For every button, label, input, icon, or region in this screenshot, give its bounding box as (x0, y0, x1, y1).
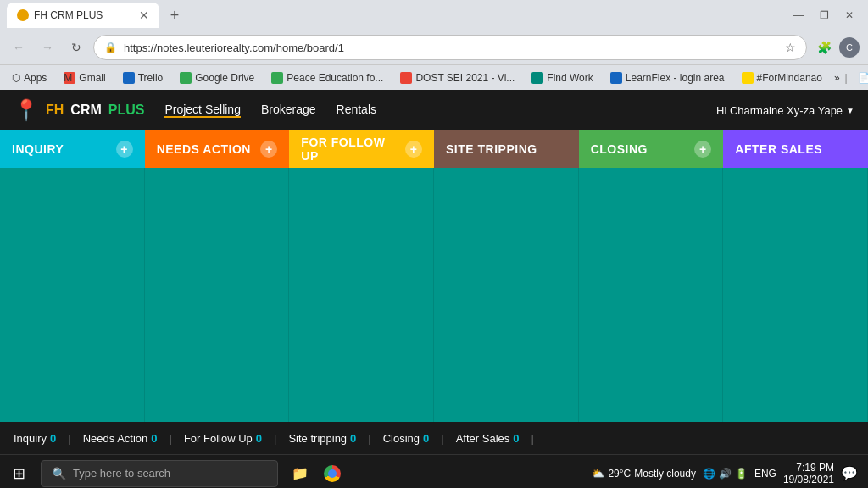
bookmark-drive[interactable]: Google Drive (175, 70, 259, 86)
app-navbar: 📍 FH CRM PLUS Project Selling Brokerage … (0, 90, 868, 130)
status-site-tripping-count: 0 (350, 432, 356, 445)
bookmark-learnflex[interactable]: LearnFlex - login area (605, 70, 730, 86)
weather-temp: 29°C (608, 468, 631, 480)
star-icon[interactable]: ☆ (785, 41, 796, 54)
bookmark-apps[interactable]: ⬡ Apps (7, 70, 52, 86)
logo-plus: PLUS (108, 103, 145, 118)
bookmark-trello-label: Trello (138, 72, 164, 84)
kanban-col-after-sales (723, 168, 868, 422)
add-needs-action-button[interactable]: + (260, 141, 277, 158)
status-after-sales: After Sales 0 (456, 432, 520, 445)
kanban-body (0, 168, 868, 422)
status-closing: Closing 0 (383, 432, 430, 445)
tab-title: FH CRM PLUS (34, 9, 134, 21)
col-header-site-tripping[interactable]: SITE TRIPPING (434, 130, 579, 168)
new-tab-button[interactable]: + (163, 3, 186, 27)
kanban-col-closing (579, 168, 724, 422)
bookmark-formindanao[interactable]: #ForMindanao (737, 70, 827, 86)
url-bar[interactable]: 🔒 https://notes.leuteriorealty.com/home/… (93, 35, 807, 60)
extensions-icon[interactable]: 🧩 (812, 36, 836, 59)
weather-display: ⛅ 29°C Mostly cloudy (592, 468, 696, 480)
nav-rentals[interactable]: Rentals (337, 103, 376, 118)
bookmark-dost-label: DOST SEI 2021 - Vi... (415, 72, 515, 84)
weather-description: Mostly cloudy (634, 468, 696, 480)
app-container: 📍 FH CRM PLUS Project Selling Brokerage … (0, 90, 868, 454)
status-needs-action-label: Needs Action (83, 432, 148, 445)
findwork-favicon (531, 72, 543, 84)
back-button[interactable]: ← (7, 36, 31, 59)
bookmark-dost[interactable]: DOST SEI 2021 - Vi... (395, 70, 520, 86)
kanban-header: INQUIRY + NEEDS ACTION + FOR FOLLOW UP +… (0, 130, 868, 168)
col-closing-label: CLOSING (591, 142, 648, 156)
col-header-needs-action[interactable]: NEEDS ACTION + (145, 130, 290, 168)
logo-fh: FH (46, 103, 64, 118)
bookmark-findwork[interactable]: Find Work (526, 70, 598, 86)
battery-icon: 🔋 (735, 468, 748, 480)
bookmark-learnflex-label: LearnFlex - login area (626, 72, 725, 84)
formindanao-favicon (742, 72, 754, 84)
status-site-tripping-label: Site tripping (288, 432, 347, 445)
taskbar-chrome[interactable] (317, 458, 348, 489)
separator-1: | (68, 432, 70, 445)
kanban-col-needs-action (145, 168, 290, 422)
url-text: https://notes.leuteriorealty.com/home/bo… (124, 42, 778, 54)
separator-3: | (274, 432, 276, 445)
bookmark-gmail[interactable]: M Gmail (58, 70, 110, 86)
tab-close-icon[interactable]: ✕ (139, 8, 149, 22)
app-nav-links: Project Selling Brokerage Rentals (164, 103, 376, 118)
other-bookmarks[interactable]: 📄 Other bookmarks (853, 70, 868, 86)
taskbar-search[interactable]: 🔍 Type here to search (41, 460, 278, 487)
user-menu[interactable]: Hi Charmaine Xy-za Yape ▼ (716, 104, 854, 117)
status-for-follow-up: For Follow Up 0 (184, 432, 262, 445)
taskbar: ⊞ 🔍 Type here to search 📁 ⛅ 29°C Mostly … (0, 454, 868, 488)
close-button[interactable]: ✕ (837, 3, 861, 27)
col-header-inquiry[interactable]: INQUIRY + (0, 130, 145, 168)
profile-avatar: C (839, 37, 860, 58)
more-icon[interactable]: » (834, 72, 840, 84)
toolbar-icons: 🧩 C (812, 36, 861, 59)
user-greeting: Hi Charmaine Xy-za Yape (716, 104, 843, 117)
bookmark-trello[interactable]: Trello (118, 70, 169, 86)
notification-icon[interactable]: 💬 (841, 465, 858, 481)
add-inquiry-button[interactable]: + (116, 141, 133, 158)
separator-2: | (170, 432, 172, 445)
add-for-follow-up-button[interactable]: + (405, 141, 422, 158)
maximize-button[interactable]: ❐ (812, 3, 836, 27)
status-after-sales-count: 0 (513, 432, 519, 445)
app-logo: 📍 FH CRM PLUS (14, 98, 144, 122)
logo-crm: CRM (70, 103, 101, 118)
kanban-col-site-tripping (434, 168, 579, 422)
windows-icon: ⊞ (13, 464, 25, 483)
logo-pin-icon: 📍 (14, 98, 39, 122)
forward-button[interactable]: → (36, 36, 59, 59)
taskbar-clock: 7:19 PM 19/08/2021 (783, 462, 834, 485)
col-header-for-follow-up[interactable]: FOR FOLLOW UP + (289, 130, 434, 168)
status-closing-count: 0 (423, 432, 429, 445)
minimize-button[interactable]: — (787, 3, 810, 27)
address-bar: ← → ↻ 🔒 https://notes.leuteriorealty.com… (0, 30, 868, 64)
trello-favicon (123, 72, 135, 84)
profile-button[interactable]: C (837, 36, 861, 59)
add-closing-button[interactable]: + (694, 141, 711, 158)
col-inquiry-label: INQUIRY (12, 142, 64, 156)
bookmark-peace-education[interactable]: Peace Education fo... (266, 70, 388, 86)
status-needs-action: Needs Action 0 (83, 432, 158, 445)
nav-project-selling[interactable]: Project Selling (164, 103, 241, 118)
tab-bar: FH CRM PLUS ✕ + — ❐ ✕ (0, 0, 868, 30)
active-tab[interactable]: FH CRM PLUS ✕ (7, 3, 159, 28)
nav-brokerage[interactable]: Brokerage (261, 103, 316, 118)
col-header-closing[interactable]: CLOSING + (579, 130, 724, 168)
window-controls: — ❐ ✕ (787, 3, 861, 27)
col-header-after-sales[interactable]: AFTER SALES (723, 130, 868, 168)
start-button[interactable]: ⊞ (0, 455, 37, 489)
refresh-button[interactable]: ↻ (64, 36, 88, 59)
col-needs-action-label: NEEDS ACTION (157, 142, 251, 156)
status-for-follow-up-count: 0 (256, 432, 262, 445)
col-for-follow-up-label: FOR FOLLOW UP (301, 136, 405, 163)
weather-icon: ⛅ (592, 468, 604, 480)
col-site-tripping-label: SITE TRIPPING (446, 142, 537, 156)
status-needs-action-count: 0 (151, 432, 157, 445)
taskbar-file-explorer[interactable]: 📁 (285, 458, 315, 489)
lock-icon: 🔒 (104, 42, 117, 53)
browser-chrome: FH CRM PLUS ✕ + — ❐ ✕ ← → ↻ 🔒 https://no… (0, 0, 868, 90)
